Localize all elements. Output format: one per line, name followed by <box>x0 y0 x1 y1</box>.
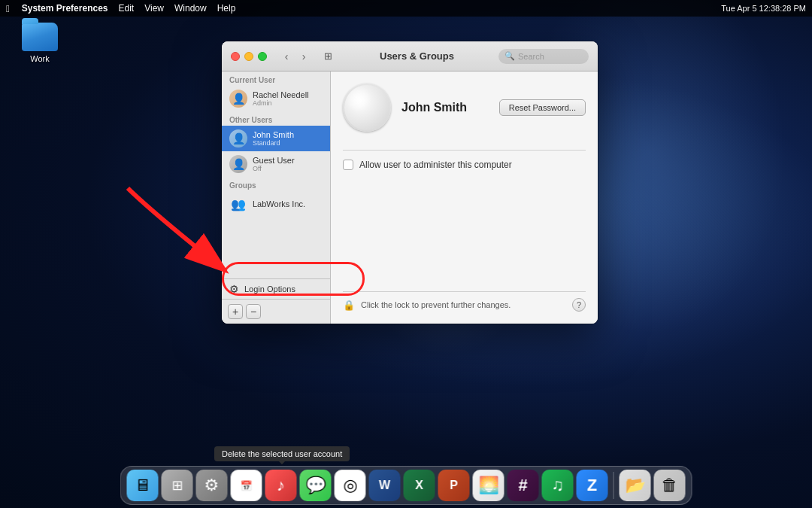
dock-item-slack[interactable]: # <box>508 470 539 501</box>
dock: 🖥 ⊞ ⚙ 📅 ♪ 💬 ◎ W X P 🌅 # ♫ Z 📂 🗑 <box>120 466 692 505</box>
dock-item-messages[interactable]: 💬 <box>300 470 332 501</box>
john-info: John Smith Standard <box>253 130 294 147</box>
content-divider <box>343 150 586 151</box>
sidebar-item-rachel[interactable]: 👤 Rachel Needell Admin <box>222 86 330 111</box>
search-placeholder: Search <box>518 52 544 61</box>
rachel-name: Rachel Needell <box>253 90 309 99</box>
user-avatar-large <box>343 84 391 132</box>
allow-admin-checkbox[interactable] <box>343 160 353 170</box>
reset-password-button[interactable]: Reset Password... <box>499 99 586 116</box>
selected-user-name: John Smith <box>401 101 489 114</box>
avatar-group: 👥 <box>229 195 247 213</box>
help-button[interactable]: ? <box>572 298 586 312</box>
add-user-button[interactable]: + <box>228 304 243 319</box>
user-header: John Smith Reset Password... <box>343 84 586 132</box>
john-role: Standard <box>253 139 294 147</box>
tooltip: Delete the selected user account <box>214 446 350 461</box>
minimize-button[interactable] <box>244 52 253 61</box>
back-button[interactable]: ‹ <box>279 49 294 64</box>
menubar:  System Preferences Edit View Window He… <box>0 0 812 17</box>
desktop:  System Preferences Edit View Window He… <box>0 0 812 508</box>
user-info: John Smith <box>401 101 489 114</box>
preferences-window: ‹ › ⊞ Users & Groups 🔍 Search Current Us… <box>222 41 598 324</box>
avatar-rachel: 👤 <box>229 90 247 108</box>
dock-item-finder[interactable]: 🖥 <box>127 470 159 501</box>
close-button[interactable] <box>231 52 240 61</box>
lock-text: Click the lock to prevent further change… <box>361 300 566 309</box>
sidebar-bottom: + − <box>222 299 330 324</box>
guest-info: Guest User Off <box>253 156 295 172</box>
dock-item-calendar[interactable]: 📅 <box>231 470 262 501</box>
menubar-left:  System Preferences Edit View Window He… <box>6 3 235 14</box>
labworks-name: LabWorks Inc. <box>253 199 305 208</box>
dock-item-zoom[interactable]: Z <box>577 470 608 501</box>
menu-edit[interactable]: Edit <box>119 3 135 14</box>
maximize-button[interactable] <box>258 52 267 61</box>
current-user-label: Current User <box>222 71 330 86</box>
dock-item-finder2[interactable]: 📂 <box>620 470 651 501</box>
dock-divider <box>614 472 614 499</box>
john-name: John Smith <box>253 130 294 139</box>
login-options-label: Login Options <box>244 284 295 294</box>
sidebar: Current User 👤 Rachel Needell Admin Othe… <box>222 71 331 324</box>
dock-item-sysprefs[interactable]: ⚙ <box>196 470 228 501</box>
group-icon: 👥 <box>231 197 246 211</box>
forward-button[interactable]: › <box>296 49 311 64</box>
dock-item-music[interactable]: ♪ <box>265 470 297 501</box>
rachel-info: Rachel Needell Admin <box>253 90 309 107</box>
bottom-bar: 🔒 Click the lock to prevent further chan… <box>343 291 586 312</box>
other-users-label: Other Users <box>222 111 330 126</box>
search-icon: 🔍 <box>504 51 515 61</box>
menu-view[interactable]: View <box>144 3 164 14</box>
traffic-lights <box>231 52 267 61</box>
dock-item-spotify[interactable]: ♫ <box>542 470 574 501</box>
grid-icon[interactable]: ⊞ <box>320 49 335 64</box>
menubar-right: Tue Apr 5 12:38:28 PM <box>721 4 806 13</box>
dock-item-powerpoint[interactable]: P <box>438 470 470 501</box>
sidebar-item-john[interactable]: 👤 John Smith Standard <box>222 126 330 151</box>
dock-item-photos[interactable]: 🌅 <box>473 470 504 501</box>
lock-button[interactable]: 🔒 <box>343 299 355 311</box>
remove-user-button[interactable]: − <box>246 304 261 319</box>
search-box[interactable]: 🔍 Search <box>498 49 589 64</box>
avatar-john: 👤 <box>229 129 247 148</box>
menubar-datetime: Tue Apr 5 12:38:28 PM <box>721 4 806 13</box>
avatar-guest: 👤 <box>229 155 247 173</box>
folder-label: Work <box>30 54 49 63</box>
folder-icon <box>22 23 58 51</box>
dock-item-word[interactable]: W <box>369 470 401 501</box>
menu-window[interactable]: Window <box>174 3 207 14</box>
titlebar: ‹ › ⊞ Users & Groups 🔍 Search <box>222 41 598 71</box>
login-options-icon: ⚙ <box>229 283 239 295</box>
golf-ball-avatar <box>344 85 389 130</box>
window-body: Current User 👤 Rachel Needell Admin Othe… <box>222 71 598 324</box>
sidebar-item-labworks[interactable]: 👥 LabWorks Inc. <box>222 191 330 217</box>
dock-item-excel[interactable]: X <box>404 470 435 501</box>
rachel-role: Admin <box>253 99 309 107</box>
window-title: Users & Groups <box>343 50 491 62</box>
main-content: John Smith Reset Password... Allow user … <box>331 71 598 324</box>
dock-item-trash[interactable]: 🗑 <box>654 470 686 501</box>
guest-name: Guest User <box>253 156 295 165</box>
labworks-info: LabWorks Inc. <box>253 199 305 208</box>
groups-label: Groups <box>222 177 330 191</box>
desktop-folder[interactable]: Work <box>14 23 66 63</box>
dock-item-launchpad[interactable]: ⊞ <box>162 470 193 501</box>
allow-admin-label: Allow user to administer this computer <box>359 160 512 170</box>
allow-admin-row: Allow user to administer this computer <box>343 157 586 173</box>
guest-role: Off <box>253 165 295 172</box>
apple-menu[interactable]:  <box>6 3 10 14</box>
app-name[interactable]: System Preferences <box>22 3 108 14</box>
sidebar-item-guest[interactable]: 👤 Guest User Off <box>222 151 330 177</box>
dock-item-chrome[interactable]: ◎ <box>335 470 366 501</box>
nav-arrows: ‹ › <box>279 49 311 64</box>
menu-help[interactable]: Help <box>217 3 236 14</box>
login-options-item[interactable]: ⚙ Login Options <box>222 278 330 299</box>
